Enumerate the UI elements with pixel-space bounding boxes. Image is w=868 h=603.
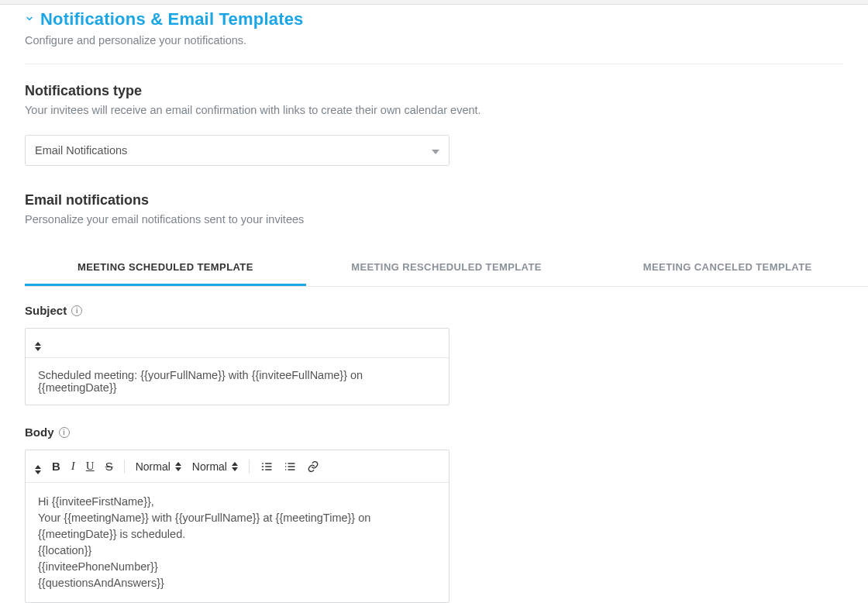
- strikethrough-button[interactable]: S: [105, 460, 113, 473]
- body-input[interactable]: Hi {{inviteeFirstName}}, Your {{meetingN…: [26, 483, 449, 602]
- italic-button[interactable]: I: [71, 460, 75, 473]
- subject-label-row: Subject i: [25, 304, 450, 317]
- section-subtitle: Configure and personalize your notificat…: [25, 34, 868, 47]
- subject-toolbar: [26, 329, 449, 358]
- body-line: Hi {{inviteeFirstName}},: [38, 494, 436, 510]
- tab-rescheduled[interactable]: MEETING RESCHEDULED TEMPLATE: [306, 252, 587, 286]
- body-line: {{questionsAndAnswers}}: [38, 575, 436, 591]
- email-notifications-desc: Personalize your email notifications sen…: [25, 213, 868, 226]
- body-line: {{location}}: [38, 543, 436, 559]
- font-style-select[interactable]: Normal: [136, 460, 181, 473]
- tab-canceled[interactable]: MEETING CANCELED TEMPLATE: [587, 252, 868, 286]
- insert-variable-button[interactable]: [35, 458, 41, 474]
- notifications-type-select[interactable]: Email Notifications: [25, 135, 450, 166]
- subject-block: Subject i Scheduled meeting: {{yourFullN…: [25, 304, 450, 405]
- caret-down-icon: [432, 143, 439, 157]
- body-line: {{inviteePhoneNumber}}: [38, 559, 436, 575]
- ordered-list-button[interactable]: [260, 460, 273, 473]
- font-size-value: Normal: [192, 460, 227, 473]
- tab-scheduled[interactable]: MEETING SCHEDULED TEMPLATE: [25, 252, 306, 286]
- svg-point-6: [285, 463, 287, 464]
- caret-updown-icon: [175, 462, 181, 471]
- insert-variable-button[interactable]: [35, 335, 41, 351]
- notifications-type-selected: Email Notifications: [35, 144, 127, 157]
- unordered-list-button[interactable]: [284, 460, 296, 473]
- font-size-select[interactable]: Normal: [192, 460, 238, 473]
- body-toolbar: B I U S Normal Normal: [26, 450, 449, 483]
- subject-input[interactable]: Scheduled meeting: {{yourFullName}} with…: [26, 358, 449, 405]
- bold-button[interactable]: B: [52, 460, 60, 473]
- subject-label: Subject: [25, 304, 67, 317]
- email-notifications-heading: Email notifications: [25, 192, 868, 208]
- caret-updown-icon: [232, 462, 238, 471]
- body-label-row: Body i: [25, 426, 450, 439]
- subject-editor: Scheduled meeting: {{yourFullName}} with…: [25, 328, 450, 405]
- toolbar-separator: [124, 460, 125, 474]
- notifications-type-desc: Your invitees will receive an email conf…: [25, 104, 868, 116]
- section-header[interactable]: Notifications & Email Templates: [25, 5, 868, 29]
- body-label: Body: [25, 426, 54, 439]
- info-icon[interactable]: i: [59, 427, 70, 438]
- chevron-down-icon: [25, 13, 34, 26]
- body-block: Body i B I U S Normal Normal: [25, 426, 450, 603]
- notifications-type-heading: Notifications type: [25, 83, 868, 99]
- body-editor: B I U S Normal Normal: [25, 450, 450, 603]
- page-root: Notifications & Email Templates Configur…: [0, 5, 868, 603]
- section-title: Notifications & Email Templates: [40, 9, 304, 29]
- font-style-value: Normal: [136, 460, 170, 473]
- svg-point-7: [285, 466, 287, 467]
- divider: [25, 64, 843, 64]
- underline-button[interactable]: U: [86, 460, 95, 473]
- svg-point-8: [285, 469, 287, 470]
- link-button[interactable]: [307, 460, 319, 473]
- info-icon[interactable]: i: [71, 305, 82, 316]
- body-line: Your {{meetingName}} with {{yourFullName…: [38, 510, 436, 543]
- toolbar-separator: [249, 460, 250, 474]
- template-tabs: MEETING SCHEDULED TEMPLATE MEETING RESCH…: [25, 252, 868, 287]
